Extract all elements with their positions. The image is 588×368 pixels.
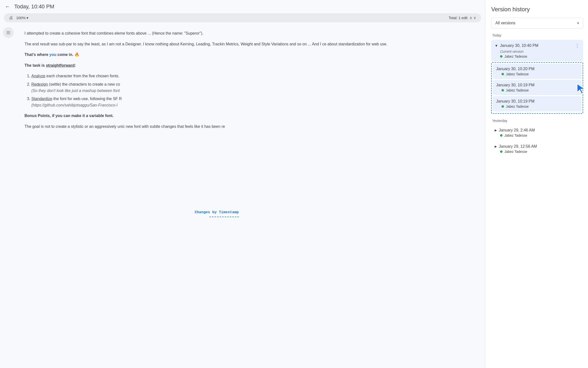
zoom-value: 100% bbox=[16, 16, 25, 20]
dashed-selection-box: January 30, 10:20 PM Jabez Tadesse Janua… bbox=[491, 62, 583, 114]
bonus-text: Bonus Points, if you can make it a varia… bbox=[24, 114, 114, 118]
user-dot-3 bbox=[502, 89, 504, 92]
version-date-5: January 29, 2:46 AM bbox=[499, 128, 535, 132]
annotation-bubble: Changes by Timestamp bbox=[195, 210, 239, 217]
version-item-1[interactable]: ▼ January 30, 10:40 PM ⋮ Current version… bbox=[491, 40, 583, 61]
user-dot-2 bbox=[502, 73, 504, 75]
dropdown-arrow-icon: ▾ bbox=[577, 21, 579, 25]
version-date-1: January 30, 10:40 PM bbox=[500, 43, 539, 48]
more-options-icon-1[interactable]: ⋮ bbox=[575, 43, 580, 49]
that-where-label: That's where bbox=[24, 53, 49, 57]
user-dot-6 bbox=[500, 150, 502, 153]
user-name-3: Jabez Tadesse bbox=[506, 88, 529, 92]
version-item-5[interactable]: ▶ January 29, 2:46 AM Jabez Tadesse bbox=[491, 125, 583, 140]
you-text: you bbox=[49, 53, 56, 57]
version-header-1: ▼ January 30, 10:40 PM ⋮ bbox=[495, 43, 580, 49]
redesign-label: Redesign bbox=[31, 82, 48, 86]
version-date-6: January 29, 12:56 AM bbox=[499, 144, 537, 149]
left-panel: ← Today, 10:40 PM 🖨 100% ▾ Total: 1 edit… bbox=[0, 0, 485, 368]
that-where-paragraph: That's where you come in. 🔥 bbox=[24, 52, 477, 58]
user-name-2: Jabez Tadesse bbox=[506, 72, 529, 76]
versions-dropdown[interactable]: All versions ▾ bbox=[491, 18, 583, 28]
version-header-left-2: January 30, 10:20 PM bbox=[496, 67, 535, 71]
nav-arrows: ∧ ∨ bbox=[469, 15, 476, 20]
standardize-label: Standardize bbox=[31, 97, 52, 101]
version-header-4: January 30, 10:19 PM bbox=[496, 99, 578, 104]
user-row-6: Jabez Tadesse bbox=[495, 150, 580, 154]
come-in-text: come in. 🔥 bbox=[56, 53, 79, 57]
cursor-icon bbox=[576, 83, 586, 95]
analyze-label: Analyze bbox=[31, 74, 45, 78]
paragraph1: I attempted to create a cohesive font th… bbox=[24, 30, 477, 37]
version-item-4[interactable]: January 30, 10:19 PM Jabez Tadesse bbox=[493, 96, 582, 111]
task-colon: : bbox=[75, 63, 76, 67]
expand-triangle-5: ▶ bbox=[495, 129, 497, 132]
version-date-3: January 30, 10:19 PM bbox=[496, 83, 535, 87]
user-row-1: Jabez Tadesse bbox=[495, 54, 580, 58]
version-header-3: January 30, 10:19 PM bbox=[496, 83, 578, 87]
task-paragraph: The task is straightforward: bbox=[24, 62, 477, 69]
version-header-6: ▶ January 29, 12:56 AM bbox=[495, 144, 580, 149]
user-name-6: Jabez Tadesse bbox=[504, 150, 527, 154]
version-header-left-5: ▶ January 29, 2:46 AM bbox=[495, 128, 535, 132]
user-row-3: Jabez Tadesse bbox=[496, 88, 578, 92]
dropdown-label: All versions bbox=[495, 21, 515, 25]
expand-triangle-6: ▶ bbox=[495, 145, 497, 148]
version-header-left-1: ▼ January 30, 10:40 PM bbox=[495, 43, 538, 48]
user-row-4: Jabez Tadesse bbox=[496, 105, 578, 108]
section-today-label: Today bbox=[491, 33, 583, 37]
version-item-2[interactable]: January 30, 10:20 PM Jabez Tadesse bbox=[493, 64, 582, 79]
version-item-3[interactable]: January 30, 10:19 PM Jabez Tadesse bbox=[493, 80, 582, 95]
version-header-left-3: January 30, 10:19 PM bbox=[496, 83, 535, 87]
paragraph2: The end result was sub-par to say the le… bbox=[24, 41, 477, 47]
annotation-text: Changes by Timestamp bbox=[195, 210, 239, 215]
list-item-1: Analyze each character from the five cho… bbox=[31, 73, 477, 79]
version-history-title: Version history bbox=[491, 6, 583, 13]
user-name-4: Jabez Tadesse bbox=[506, 105, 529, 108]
version-date-4: January 30, 10:19 PM bbox=[496, 99, 535, 104]
user-dot-5 bbox=[500, 134, 502, 137]
print-icon[interactable]: 🖨 bbox=[9, 15, 13, 20]
annotation-line bbox=[209, 217, 239, 217]
zoom-dropdown-icon[interactable]: ▾ bbox=[26, 16, 28, 20]
user-dot-1 bbox=[500, 55, 502, 58]
total-edits: Total: 1 edit ∧ ∨ bbox=[449, 15, 476, 20]
toolbar: 🖨 100% ▾ Total: 1 edit ∧ ∨ bbox=[4, 13, 481, 22]
user-row-2: Jabez Tadesse bbox=[496, 72, 578, 76]
list-item-3: Standardize the font for web use, follow… bbox=[31, 96, 477, 108]
task-label: The task is bbox=[24, 63, 46, 67]
chevron-down-icon-1: ▼ bbox=[495, 44, 498, 48]
version-group-selected: January 30, 10:20 PM Jabez Tadesse Janua… bbox=[491, 62, 583, 116]
version-header-5: ▶ January 29, 2:46 AM bbox=[495, 128, 580, 132]
doc-content: I attempted to create a cohesive font th… bbox=[17, 24, 485, 368]
redesign-italic: (So they don't look like just a mashup b… bbox=[31, 89, 120, 93]
list-item-2: Redesign (settle) the characters to crea… bbox=[31, 81, 477, 94]
user-name-1: Jabez Tadesse bbox=[504, 54, 527, 58]
bonus-paragraph: Bonus Points, if you can make it a varia… bbox=[24, 113, 477, 119]
doc-title: Today, 10:40 PM bbox=[14, 3, 54, 10]
version-item-6[interactable]: ▶ January 29, 12:56 AM Jabez Tadesse bbox=[491, 141, 583, 157]
version-date-2: January 30, 10:20 PM bbox=[496, 67, 535, 71]
current-version-label: Current version bbox=[495, 50, 580, 53]
goal-paragraph: The goal is not to create a stylistic or… bbox=[24, 123, 477, 130]
task-list: Analyze each character from the five cho… bbox=[24, 73, 477, 108]
version-header-left-4: January 30, 10:19 PM bbox=[496, 99, 535, 104]
version-header-left-6: ▶ January 29, 12:56 AM bbox=[495, 144, 537, 149]
back-button[interactable]: ← bbox=[5, 3, 10, 10]
nav-arrow-up[interactable]: ∧ bbox=[469, 15, 472, 20]
doc-content-wrapper: I attempted to create a cohesive font th… bbox=[0, 24, 485, 368]
nav-arrow-down[interactable]: ∨ bbox=[473, 15, 476, 20]
section-yesterday-label: Yesterday bbox=[491, 119, 583, 123]
top-bar: ← Today, 10:40 PM bbox=[0, 0, 485, 13]
user-dot-4 bbox=[502, 105, 504, 108]
user-row-5: Jabez Tadesse bbox=[495, 133, 580, 137]
total-edits-label: Total: 1 edit bbox=[449, 16, 467, 20]
version-header-2: January 30, 10:20 PM bbox=[496, 67, 578, 71]
zoom-control[interactable]: 100% ▾ bbox=[16, 16, 28, 20]
standardize-italic: (https://github.com/sahibjotsaggu/San-Fr… bbox=[31, 103, 117, 107]
toc-button[interactable] bbox=[3, 27, 14, 38]
right-panel: Version history All versions ▾ Today ▼ J… bbox=[485, 0, 588, 368]
user-name-5: Jabez Tadesse bbox=[504, 133, 527, 137]
task-word: straightforward bbox=[46, 63, 74, 67]
